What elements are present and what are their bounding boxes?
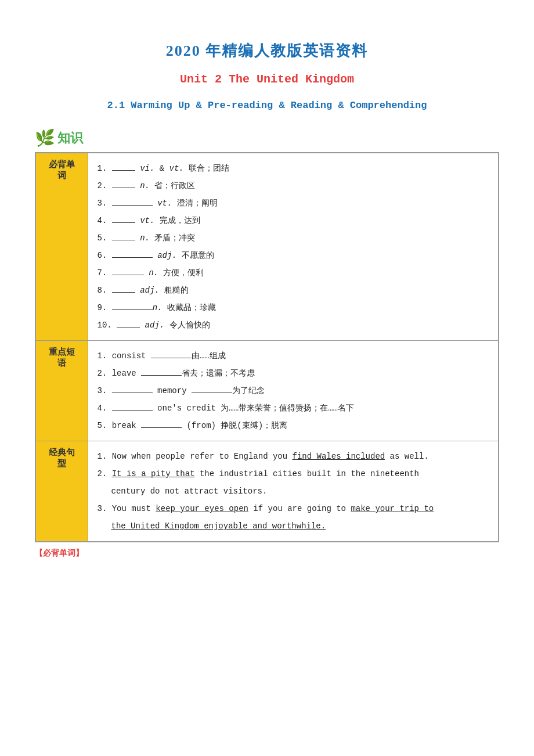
vocab-content: 1. vi. & vt. 联合；团结 2. n. 省；行政区 3. vt. 澄清… [88, 153, 499, 341]
vocab-item-10: 10. adj. 令人愉快的 [98, 317, 489, 333]
main-title: 2020 年精编人教版英语资料 [35, 41, 499, 61]
phrase-item-3: 3. memory 为了纪念 [98, 383, 489, 399]
phrases-row: 重点短语 1. consist 由……组成 2. leave 省去；遗漏；不考虑… [35, 341, 499, 441]
sentence-item-3b: the United Kingdom enjoyable and worthwh… [98, 518, 489, 534]
phrase-item-5: 5. break (from) 挣脱(束缚)；脱离 [98, 417, 489, 434]
section-title: 2.1 Warming Up & Pre-reading & Reading &… [35, 100, 499, 111]
vocab-item-9: 9. n. 收藏品；珍藏 [98, 300, 489, 316]
phrases-label: 重点短语 [35, 341, 88, 441]
vocab-item-2: 2. n. 省；行政区 [98, 178, 489, 194]
knowledge-icon: 🌿 [35, 128, 55, 147]
vocab-item-3: 3. vt. 澄清；阐明 [98, 195, 489, 211]
phrase-item-1: 1. consist 由……组成 [98, 348, 489, 364]
vocab-row: 必背单词 1. vi. & vt. 联合；团结 2. n. 省；行政区 3. v… [35, 153, 499, 341]
phrases-content: 1. consist 由……组成 2. leave 省去；遗漏；不考虑 3. m… [88, 341, 499, 441]
vocab-item-4: 4. vt. 完成，达到 [98, 213, 489, 229]
sentences-row: 经典句型 1. Now when people refer to England… [35, 441, 499, 542]
sentences-content: 1. Now when people refer to England you … [88, 441, 499, 542]
content-table: 必背单词 1. vi. & vt. 联合；团结 2. n. 省；行政区 3. v… [35, 152, 499, 542]
vocab-label: 必背单词 [35, 153, 88, 341]
sentence-item-3: 3. You must keep your eyes open if you a… [98, 501, 489, 517]
phrase-item-4: 4. one's credit 为……带来荣誉；值得赞扬；在……名下 [98, 400, 489, 416]
vocab-item-5: 5. n. 矛盾；冲突 [98, 230, 489, 246]
unit-title: Unit 2 The United Kingdom [35, 73, 499, 86]
vocab-item-6: 6. adj. 不愿意的 [98, 247, 489, 264]
sentences-label: 经典句型 [35, 441, 88, 542]
vocab-item-8: 8. adj. 粗糙的 [98, 282, 489, 298]
knowledge-header: 🌿 知识 [35, 128, 499, 147]
sentence-item-2b: century do not attract visitors. [98, 483, 489, 499]
footer-tag: 【必背单词】 [35, 548, 499, 559]
sentence-item-2: 2. It is a pity that the industrial citi… [98, 466, 489, 482]
phrase-item-2: 2. leave 省去；遗漏；不考虑 [98, 365, 489, 381]
vocab-item-1: 1. vi. & vt. 联合；团结 [98, 160, 489, 177]
vocab-item-7: 7. n. 方便，便利 [98, 265, 489, 281]
knowledge-text: 知识 [57, 129, 83, 147]
sentence-item-1: 1. Now when people refer to England you … [98, 448, 489, 465]
